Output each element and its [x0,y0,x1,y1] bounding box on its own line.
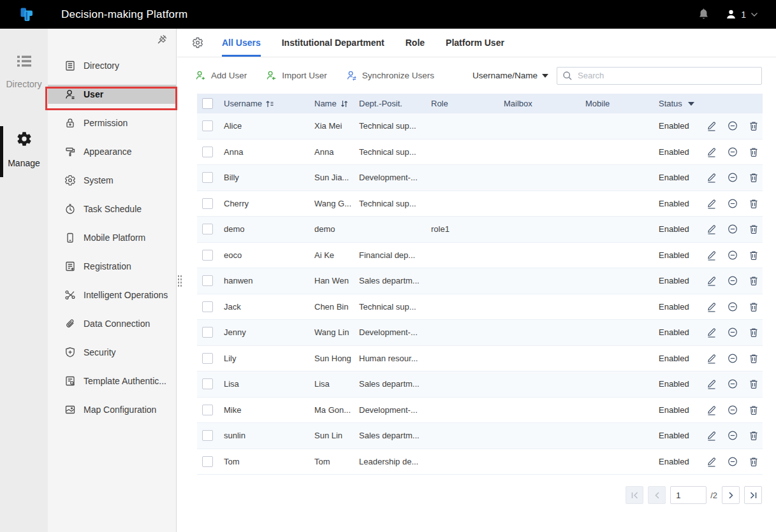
import-user-button[interactable]: Import User [266,70,327,81]
disable-icon[interactable] [728,353,738,364]
disable-icon[interactable] [728,456,738,467]
edit-icon[interactable] [706,405,717,415]
sidebar-item-data-connection[interactable]: Data Connection [48,314,176,333]
edit-icon[interactable] [706,456,717,467]
delete-icon[interactable] [749,327,759,338]
cell-status: Enabled [659,302,700,312]
tab-settings-gear-icon[interactable] [192,37,203,48]
disable-icon[interactable] [728,301,738,312]
row-checkbox[interactable] [202,198,213,209]
tab-platform-user[interactable]: Platform User [446,29,504,57]
row-checkbox[interactable] [202,172,213,183]
search-field-selector[interactable]: Username/Name [472,71,548,80]
disable-icon[interactable] [728,327,738,338]
disable-icon[interactable] [728,198,738,209]
search-input[interactable] [557,67,762,85]
sidebar-item-system[interactable]: System [48,171,176,190]
row-checkbox[interactable] [202,456,213,467]
edit-icon[interactable] [706,147,717,157]
sidebar-item-map-configuration[interactable]: Map Configuration [48,400,176,419]
add-user-button[interactable]: Add User [195,70,247,81]
row-checkbox[interactable] [202,430,213,441]
delete-icon[interactable] [749,353,759,364]
app-header: Decision-making Platform 1 [0,0,776,29]
sidebar-item-permission[interactable]: Permission [48,113,176,133]
edit-icon[interactable] [706,430,717,441]
sort-name-icon[interactable] [340,99,349,108]
sidebar-item-appearance[interactable]: Appearance [48,142,176,161]
row-checkbox[interactable] [202,120,213,131]
tab-all-users[interactable]: All Users [222,29,261,57]
row-checkbox[interactable] [202,353,213,364]
delete-icon[interactable] [749,120,759,131]
disable-icon[interactable] [728,430,738,441]
disable-icon[interactable] [728,224,738,234]
delete-icon[interactable] [749,198,759,209]
delete-icon[interactable] [749,250,759,261]
tab-institutional-department[interactable]: Institutional Department [282,29,384,57]
row-checkbox[interactable] [202,224,213,234]
edit-icon[interactable] [706,301,717,312]
edit-icon[interactable] [706,378,717,389]
edit-icon[interactable] [706,198,717,209]
sidebar-item-mobile-platform[interactable]: Mobile Platform [48,228,176,247]
delete-icon[interactable] [749,430,759,441]
status-filter-caret-icon[interactable] [688,102,694,106]
disable-icon[interactable] [728,405,738,415]
delete-icon[interactable] [749,301,759,312]
row-checkbox[interactable] [202,327,213,338]
edit-icon[interactable] [706,275,717,286]
delete-icon[interactable] [749,275,759,286]
edit-icon[interactable] [706,327,717,338]
last-page-button[interactable] [744,486,762,504]
sidebar-item-task-schedule[interactable]: Task Schedule [48,199,176,219]
notification-bell-icon[interactable] [698,8,709,20]
tab-role[interactable]: Role [406,29,425,57]
row-checkbox[interactable] [202,275,213,286]
col-mobile: Mobile [585,99,610,108]
sidebar-item-registration[interactable]: Registration [48,257,176,276]
edit-icon[interactable] [706,224,717,234]
account-menu[interactable]: 1 [726,9,758,20]
edit-icon[interactable] [706,250,717,261]
disable-icon[interactable] [728,147,738,157]
row-checkbox[interactable] [202,147,213,157]
delete-icon[interactable] [749,405,759,415]
rail-item-manage[interactable]: Manage [0,131,48,168]
unpin-sidebar-icon[interactable] [156,34,168,45]
table-row: Tom Tom Leadership de... Enabled [197,449,763,475]
edit-icon[interactable] [706,353,717,364]
prev-page-button[interactable] [648,486,666,504]
disable-icon[interactable] [728,378,738,389]
row-checkbox[interactable] [202,301,213,312]
page-number-input[interactable] [670,486,706,504]
sidebar-item-user[interactable]: User [48,85,176,104]
sidebar-item-directory[interactable]: Directory [48,56,176,75]
select-all-checkbox[interactable] [202,98,213,109]
sort-username-icon[interactable] [265,99,274,108]
delete-icon[interactable] [749,378,759,389]
sidebar-resize-handle[interactable] [177,274,182,288]
synchronize-users-button[interactable]: Synchronize Users [346,70,434,81]
cell-username: Billy [219,173,314,182]
sidebar-item-intelligent-operations[interactable]: Intelligent Operations [48,285,176,305]
delete-icon[interactable] [749,456,759,467]
sidebar-item-template-authentication[interactable]: Template Authentic... [48,371,176,391]
row-checkbox[interactable] [202,405,213,415]
disable-icon[interactable] [728,120,738,131]
disable-icon[interactable] [728,275,738,286]
disable-icon[interactable] [728,250,738,261]
delete-icon[interactable] [749,224,759,234]
first-page-button[interactable] [626,486,643,504]
edit-icon[interactable] [706,172,717,183]
disable-icon[interactable] [728,172,738,183]
next-page-button[interactable] [722,486,740,504]
cell-username: demo [219,224,314,234]
delete-icon[interactable] [749,172,759,183]
delete-icon[interactable] [749,147,759,157]
rail-item-directory[interactable]: Directory [0,54,48,89]
edit-icon[interactable] [706,120,717,131]
row-checkbox[interactable] [202,378,213,389]
row-checkbox[interactable] [202,250,213,261]
sidebar-item-security[interactable]: Security [48,343,176,362]
